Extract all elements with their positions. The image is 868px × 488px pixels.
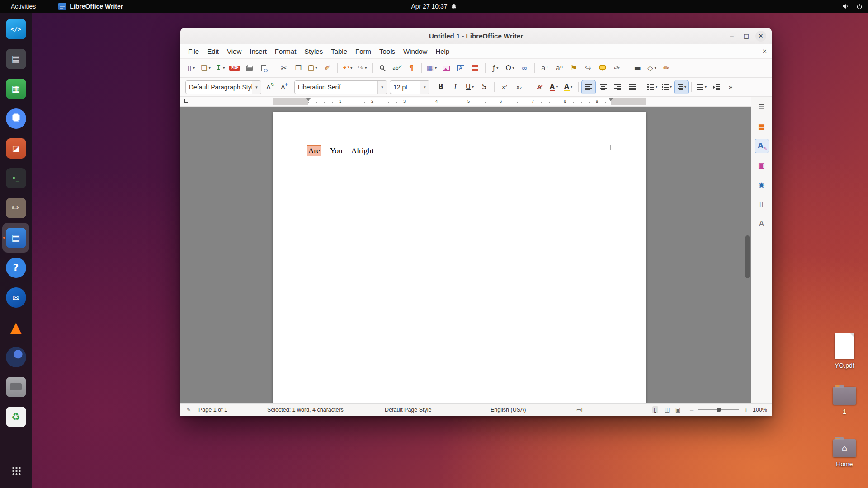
align-right-button[interactable] bbox=[611, 80, 624, 94]
maximize-button[interactable]: □ bbox=[741, 31, 752, 42]
status-page-count[interactable]: Page 1 of 1 bbox=[198, 407, 227, 413]
system-tray[interactable] bbox=[842, 3, 863, 9]
vertical-scrollbar-thumb[interactable] bbox=[745, 235, 750, 278]
zoom-slider-thumb[interactable] bbox=[717, 408, 721, 412]
increase-indent-button[interactable] bbox=[709, 80, 723, 94]
view-multi-page-button[interactable]: ◫ bbox=[663, 406, 671, 413]
zoom-level[interactable]: 100% bbox=[753, 407, 767, 413]
formatting-marks-button[interactable]: ¶ bbox=[405, 61, 418, 75]
insert-textbox-button[interactable]: A bbox=[454, 61, 467, 75]
dock-item-gimp[interactable]: ✏ bbox=[2, 193, 29, 223]
cut-button[interactable]: ✂ bbox=[277, 61, 291, 75]
font-size-combo[interactable]: 12 pt bbox=[390, 80, 429, 94]
insert-table-button[interactable]: ▦ bbox=[425, 61, 439, 75]
insert-image-button[interactable] bbox=[439, 61, 453, 75]
align-left-button[interactable] bbox=[582, 80, 595, 94]
status-page-style[interactable]: Default Page Style bbox=[385, 407, 432, 413]
basic-shapes-button-dropdown[interactable] bbox=[655, 66, 656, 70]
dock-item-firefox[interactable] bbox=[2, 342, 29, 372]
show-draw-functions-button[interactable]: ✏ bbox=[660, 61, 673, 75]
font-color-button-dropdown[interactable] bbox=[556, 85, 558, 89]
track-changes-button[interactable]: ✑ bbox=[610, 61, 624, 75]
menu-help[interactable]: Help bbox=[431, 46, 453, 57]
toolbar-overflow-button[interactable]: » bbox=[724, 80, 737, 94]
spelling-button[interactable]: ab bbox=[390, 61, 404, 75]
find-replace-button[interactable] bbox=[376, 61, 389, 75]
font-color-button[interactable]: A bbox=[547, 80, 561, 94]
undo-button[interactable]: ↶ bbox=[341, 61, 354, 75]
undo-button-dropdown[interactable] bbox=[350, 66, 352, 70]
menu-table[interactable]: Table bbox=[327, 46, 351, 57]
status-language[interactable]: English (USA) bbox=[491, 407, 526, 413]
font-name-dropdown[interactable] bbox=[377, 81, 387, 94]
outline-format-button[interactable] bbox=[675, 80, 688, 94]
status-selection-info[interactable]: Selected: 1 word, 4 characters bbox=[267, 407, 344, 413]
clear-formatting-button[interactable]: A bbox=[533, 80, 546, 94]
clone-formatting-button[interactable]: ✐ bbox=[321, 61, 334, 75]
style-inspector-deck-button[interactable]: A bbox=[755, 217, 769, 230]
horizontal-line-button[interactable]: ▬ bbox=[631, 61, 644, 75]
italic-button[interactable]: I bbox=[448, 80, 462, 94]
clock-menu[interactable]: Apr 27 10:37 bbox=[411, 3, 457, 10]
menu-insert[interactable]: Insert bbox=[245, 46, 271, 57]
menu-view[interactable]: View bbox=[223, 46, 245, 57]
underline-button[interactable]: U bbox=[463, 80, 476, 94]
zoom-in-button[interactable]: + bbox=[744, 406, 749, 413]
sidebar-settings-button[interactable]: ☰ bbox=[755, 100, 769, 114]
bullet-list-button-dropdown[interactable] bbox=[656, 85, 657, 89]
strikethrough-button[interactable]: S bbox=[477, 80, 491, 94]
font-name-combo[interactable]: Liberation Serif bbox=[294, 80, 387, 94]
dock-item-libreoffice-calc[interactable]: ▦ bbox=[2, 74, 29, 103]
insert-footnote-button[interactable]: a¹ bbox=[538, 61, 552, 75]
underline-button-dropdown[interactable] bbox=[472, 85, 474, 89]
save-button[interactable]: ↧ bbox=[213, 61, 227, 75]
insert-table-button-dropdown[interactable] bbox=[435, 66, 437, 70]
menu-form[interactable]: Form bbox=[351, 46, 375, 57]
bold-button[interactable]: B bbox=[434, 80, 448, 94]
paste-button-dropdown[interactable] bbox=[315, 66, 317, 70]
dock-item-vscode[interactable]: </> bbox=[2, 14, 29, 44]
insert-cross-reference-button[interactable]: ↪ bbox=[581, 61, 595, 75]
page-deck-button[interactable]: ▯ bbox=[755, 197, 769, 211]
new-document-button[interactable]: ▯ bbox=[184, 61, 198, 75]
focused-app-indicator[interactable]: LibreOffice Writer bbox=[58, 3, 123, 10]
insert-comment-button[interactable] bbox=[596, 61, 609, 75]
view-single-page-button[interactable]: ▯ bbox=[652, 406, 658, 413]
dock-item-help[interactable]: ? bbox=[2, 253, 29, 282]
line-spacing-button[interactable] bbox=[695, 80, 708, 94]
word[interactable]: You bbox=[330, 146, 343, 155]
insert-page-break-button[interactable] bbox=[468, 61, 482, 75]
activities-button[interactable]: Activities bbox=[7, 2, 39, 11]
basic-shapes-button[interactable]: ◇ bbox=[645, 61, 659, 75]
print-preview-button[interactable] bbox=[257, 61, 270, 75]
redo-button[interactable]: ↷ bbox=[355, 61, 369, 75]
selection-mode-icon[interactable]: ▭I bbox=[576, 407, 583, 413]
outline-format-button-dropdown[interactable] bbox=[684, 85, 686, 89]
print-button[interactable] bbox=[242, 61, 256, 75]
highlight-color-button-dropdown[interactable] bbox=[571, 85, 572, 89]
justify-button[interactable] bbox=[625, 80, 639, 94]
dock-item-vlc[interactable]: ▲ bbox=[2, 312, 29, 342]
paragraph-style-combo[interactable]: Default Paragraph Styl bbox=[185, 80, 261, 94]
font-size-dropdown[interactable] bbox=[420, 81, 429, 94]
dock-item-backups[interactable] bbox=[2, 372, 29, 402]
update-style-button[interactable]: A bbox=[263, 80, 277, 94]
styles-deck-button[interactable]: A bbox=[755, 139, 769, 153]
insert-hyperlink-button[interactable]: ∞ bbox=[518, 61, 531, 75]
menu-tools[interactable]: Tools bbox=[375, 46, 399, 57]
dock-item-libreoffice-impress[interactable]: ◪ bbox=[2, 133, 29, 163]
desktop-icon-yo-pdf[interactable]: YO.pdf bbox=[821, 333, 868, 369]
dock-item-files[interactable]: ▤ bbox=[2, 44, 29, 74]
dock-item-terminal[interactable]: >_ bbox=[2, 163, 29, 193]
dock-item-trash[interactable]: ♻ bbox=[2, 402, 29, 432]
save-button-dropdown[interactable] bbox=[223, 66, 225, 70]
insert-bookmark-button[interactable]: ⚑ bbox=[567, 61, 580, 75]
right-indent-marker[interactable] bbox=[609, 98, 613, 101]
horizontal-ruler[interactable]: 123456789 bbox=[180, 97, 751, 107]
minimize-button[interactable]: − bbox=[726, 31, 737, 42]
menu-file[interactable]: File bbox=[184, 46, 203, 57]
gallery-deck-button[interactable]: ▣ bbox=[755, 159, 769, 172]
special-character-button[interactable]: Ω bbox=[503, 61, 517, 75]
document-area[interactable]: Are You Alright bbox=[180, 107, 751, 403]
numbered-list-button-dropdown[interactable] bbox=[670, 85, 672, 89]
